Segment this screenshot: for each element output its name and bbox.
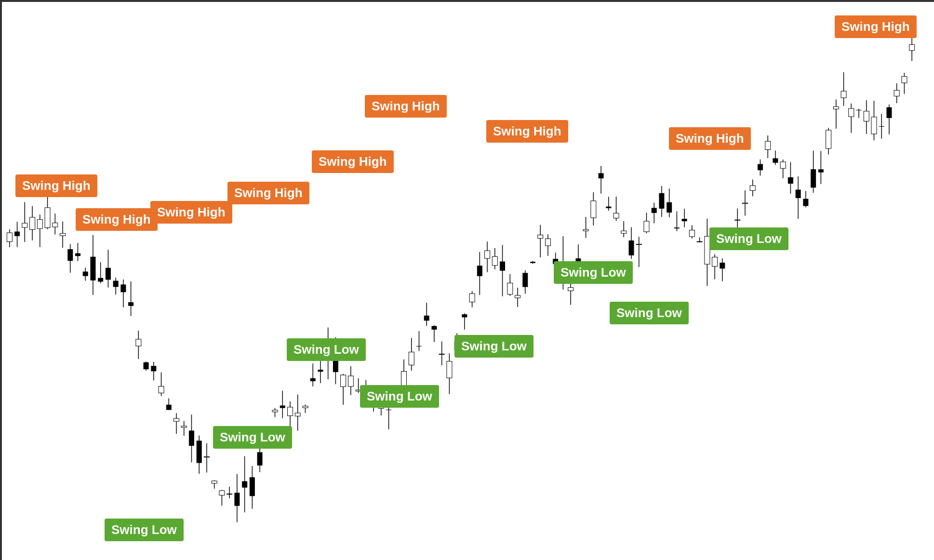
sl8-label: Swing Low xyxy=(709,227,788,250)
sh6-label: Swing High xyxy=(365,95,447,118)
sl7-label: Swing Low xyxy=(554,261,633,284)
sh7-label: Swing High xyxy=(486,120,568,143)
sl4-label: Swing Low xyxy=(360,385,439,408)
chart-container: Swing HighSwing HighSwing HighSwing High… xyxy=(0,0,934,560)
candlestick-chart xyxy=(1,1,934,560)
sh8-label: Swing High xyxy=(669,127,751,150)
sl3-label: Swing Low xyxy=(287,338,366,361)
sh4-label: Swing High xyxy=(227,182,309,204)
sl6-label: Swing Low xyxy=(610,302,689,324)
sh1-label: Swing High xyxy=(15,174,97,197)
sh3-label: Swing High xyxy=(150,201,232,224)
sh9-label: Swing High xyxy=(835,15,917,38)
sl5-label: Swing Low xyxy=(454,335,534,358)
sh2-label: Swing High xyxy=(76,208,158,231)
sh5-label: Swing High xyxy=(312,150,394,173)
sl2-label: Swing Low xyxy=(213,426,292,449)
sl1-label: Swing Low xyxy=(105,519,184,541)
